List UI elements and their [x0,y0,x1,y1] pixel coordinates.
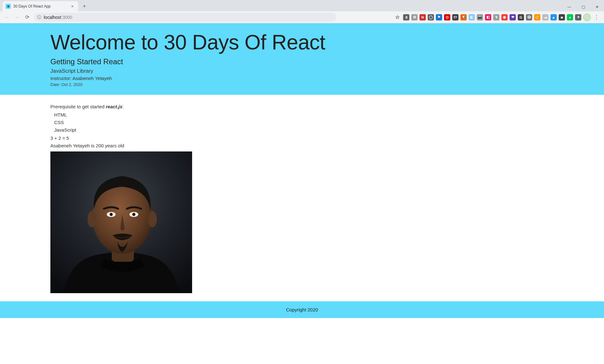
prereq-prefix: Prerequisite to get started [50,104,106,109]
browser-tab-active[interactable]: ⚛ 30 Days Of React App × [3,1,78,11]
close-tab-icon[interactable]: × [70,4,75,9]
skill-item: CSS [54,119,554,126]
page-subtitle: Getting Started React [50,57,554,66]
extension-icon[interactable]: ◯ [428,14,434,20]
bookmark-star-icon[interactable]: ☆ [394,14,401,20]
browser-toolbar: ← → ⟳ ⓘ localhost:3000 ☆ ⏸✿N◯⚑Of?📢◐📷◧↯◉❤… [0,11,604,23]
extension-icon[interactable]: ❤ [510,14,516,20]
extension-icon[interactable]: ◧ [485,14,491,20]
profile-avatar-icon[interactable] [583,14,591,21]
skill-item: JavaScript [54,126,554,134]
instructor-line: Instructor: Asabeneh Yetayeh [50,76,554,81]
math-line: 3 + 2 = 5 [50,134,554,142]
extension-icon[interactable]: ✿ [411,14,418,20]
prereq-suffix: : [122,104,123,109]
page-footer: Copyright 2020 [0,301,604,318]
extension-icon[interactable]: ⏸ [403,14,409,20]
extension-icon[interactable]: ◙ [559,14,565,20]
svg-point-8 [132,213,135,216]
extension-icon[interactable]: Ⓦ [526,14,532,20]
window-close-button[interactable]: ✕ [590,3,604,11]
extension-icon[interactable]: ✦ [575,14,581,20]
prerequisite-line: Prerequisite to get started react.js: [50,103,554,111]
address-bar[interactable]: ⓘ localhost:3000 [34,13,336,22]
page-title: Welcome to 30 Days Of React [50,30,554,54]
main-content: Prerequisite to get started react.js: HT… [0,95,604,301]
url-host: localhost [44,15,61,20]
svg-point-3 [88,211,96,227]
skill-item: HTML [54,111,554,119]
extension-icon[interactable]: ☁ [542,14,549,20]
extension-icon[interactable]: 📢 [460,14,467,20]
window-maximize-button[interactable]: ▢ [576,3,590,11]
extension-icon[interactable]: 📷 [477,14,483,20]
extension-icon[interactable]: G [518,14,524,20]
extension-icon[interactable]: ◉ [501,14,508,20]
extension-icon[interactable]: ● [567,14,573,20]
window-minimize-button[interactable]: — [562,3,576,11]
copyright-text: Copyright 2020 [0,307,604,312]
extension-row: ☆ ⏸✿N◯⚑Of?📢◐📷◧↯◉❤GⓌ◌☁▲◙●✦ ⋮ [394,14,601,21]
new-tab-button[interactable]: + [80,2,89,11]
window-controls: — ▢ ✕ [562,1,604,11]
browser-tab-strip: ⚛ 30 Days Of React App × + — ▢ ✕ [0,0,604,11]
svg-point-6 [110,213,113,216]
extension-icon[interactable]: ▲ [550,14,557,20]
extension-icon[interactable]: N [419,14,426,20]
extension-icon[interactable]: ⚑ [436,14,442,20]
nav-reload-button[interactable]: ⟳ [23,13,31,22]
hero-header: Welcome to 30 Days Of React Getting Star… [0,23,604,95]
extension-icon[interactable]: ◐ [469,14,475,20]
tab-title: 30 Days Of React App [13,4,67,9]
extension-icon[interactable]: ◌ [534,14,540,20]
extension-icon[interactable]: O [444,14,450,20]
url-port: :3000 [61,15,72,20]
site-info-icon[interactable]: ⓘ [37,14,41,20]
date-line: Date: Oct 2, 2020 [50,82,83,87]
chrome-menu-button[interactable]: ⋮ [593,14,600,21]
instructor-portrait-image [50,151,192,293]
nav-forward-button[interactable]: → [13,13,21,22]
extension-icon[interactable]: ↯ [493,14,499,20]
page-tagline: JavaScript Library [50,68,554,74]
skill-list: HTMLCSSJavaScript [50,111,554,134]
extension-icon[interactable]: f? [452,14,459,20]
prereq-em: react.js [106,104,123,109]
react-favicon-icon: ⚛ [6,4,11,9]
page-viewport: Welcome to 30 Days Of React Getting Star… [0,23,604,364]
age-line: Asabeneh Yetayeh is 200 years old [50,142,554,150]
svg-point-4 [148,211,157,227]
nav-back-button[interactable]: ← [3,13,11,22]
